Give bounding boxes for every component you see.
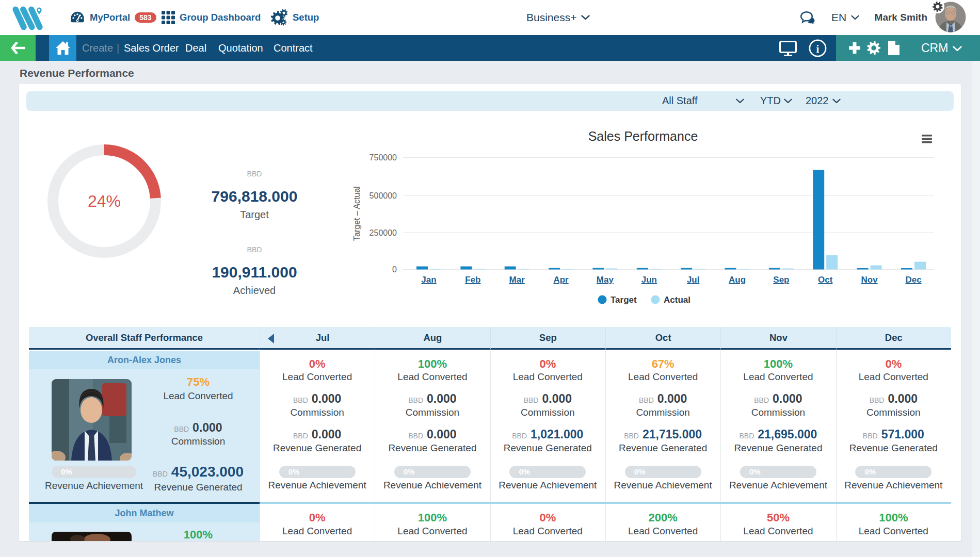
svg-text:250000: 250000 xyxy=(369,228,397,237)
svg-text:Actual: Actual xyxy=(664,295,690,305)
svg-text:0: 0 xyxy=(392,265,397,274)
svg-text:Oct: Oct xyxy=(818,275,833,285)
svg-text:Aug: Aug xyxy=(729,275,746,285)
svg-text:Nov: Nov xyxy=(861,275,878,285)
svg-text:Jun: Jun xyxy=(641,275,657,285)
svg-text:May: May xyxy=(597,275,614,285)
svg-text:Mar: Mar xyxy=(509,275,525,285)
svg-text:Dec: Dec xyxy=(905,275,921,285)
svg-text:Sales Performance: Sales Performance xyxy=(588,129,698,143)
svg-text:i: i xyxy=(816,43,820,55)
svg-text:Jul: Jul xyxy=(687,275,700,285)
svg-text:Target: Target xyxy=(611,295,637,305)
svg-text:Target – Actual: Target – Actual xyxy=(352,186,361,241)
svg-text:500000: 500000 xyxy=(369,191,397,200)
svg-text:24%: 24% xyxy=(88,192,121,210)
svg-text:750000: 750000 xyxy=(369,153,397,162)
svg-text:Feb: Feb xyxy=(465,275,480,285)
svg-text:Apr: Apr xyxy=(553,275,569,285)
svg-text:Jan: Jan xyxy=(421,275,436,285)
svg-text:Sep: Sep xyxy=(773,275,789,285)
